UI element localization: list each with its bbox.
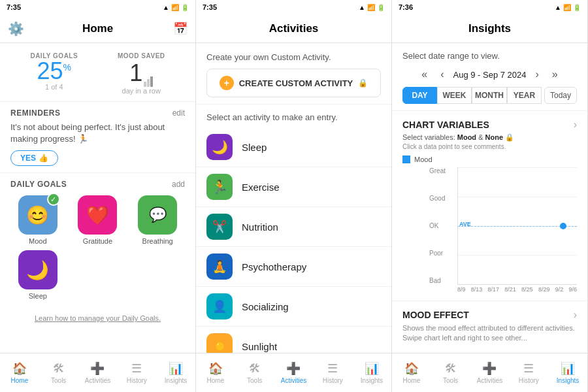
gratitude-icon-wrapper: ❤️: [78, 195, 117, 235]
date-tab-year[interactable]: YEAR: [507, 87, 542, 104]
date-tab-day[interactable]: DAY: [402, 87, 437, 104]
tab-insights[interactable]: 📊 Insights: [156, 361, 195, 384]
date-range-controls: « ‹ Aug 9 - Sep 7 2024 › »: [392, 65, 587, 87]
exercise-activity-icon: 🏃: [206, 174, 233, 200]
tools-tab3-icon: 🛠: [445, 362, 457, 376]
insights-nav-bar: Insights: [392, 14, 587, 43]
signal-icon-2: 📶: [367, 4, 375, 11]
chart-x-labels: 8/9 8/13 8/17 8/21 8/25 8/29 9/2 9/6: [457, 286, 577, 293]
insights-tab3-label: Insights: [557, 377, 579, 384]
today-btn[interactable]: Today: [544, 87, 577, 104]
tab-activities[interactable]: ➕ Activities: [78, 361, 118, 384]
psychotherapy-activity-icon: 🧘: [206, 253, 233, 280]
tab2-home[interactable]: 🏠 Home: [196, 361, 235, 384]
activities-tab-label: Activities: [85, 377, 110, 384]
insights-content: Select date range to view. « ‹ Aug 9 - S…: [392, 43, 587, 353]
sunlight-activity-name: Sunlight: [242, 341, 277, 352]
grid-line-great: [458, 167, 577, 168]
create-activity-section: Create your own Custom Activity. + CREAT…: [196, 43, 391, 105]
tab-tools[interactable]: 🛠 Tools: [39, 362, 78, 384]
activity-sleep[interactable]: 🌙 Sleep: [196, 127, 391, 167]
activities-panel: 7:35 ▲ 📶 🔋 Activities Create your own Cu…: [196, 0, 392, 392]
goal-breathing[interactable]: 💬 Breathing: [130, 195, 185, 245]
add-goal-btn[interactable]: add: [172, 180, 185, 189]
tab2-activities[interactable]: ➕ Activities: [274, 361, 314, 384]
battery-icon-3: 🔋: [573, 4, 581, 11]
daily-goals-section: DAILY GOALS add 😊 ✓ Mood ❤️ Gratitude: [0, 173, 195, 306]
calendar-icon[interactable]: 📅: [173, 22, 188, 36]
create-custom-activity-btn[interactable]: + CREATE CUSTOM ACTIVITY 🔒: [206, 69, 381, 97]
tab3-tools[interactable]: 🛠 Tools: [431, 362, 470, 384]
chart-data-dot[interactable]: [560, 223, 566, 229]
goal-sleep[interactable]: 🌙 Sleep: [10, 250, 65, 300]
home-panel: 7:35 ▲ 📶 🔋 ⚙️ Home 📅 DAILY GOALS 25% 1 o…: [0, 0, 196, 392]
yes-button[interactable]: YES 👍: [10, 150, 58, 166]
activities-tab-icon: ➕: [90, 361, 105, 376]
activity-nutrition[interactable]: ✂️ Nutrition: [196, 207, 391, 247]
last-page-btn[interactable]: »: [548, 67, 562, 82]
history-tab-icon: ☰: [131, 361, 142, 376]
status-icons-activities: ▲ 📶 🔋: [359, 4, 385, 11]
activity-socializing[interactable]: 👤 Socializing: [196, 287, 391, 327]
tab3-insights[interactable]: 📊 Insights: [548, 361, 587, 384]
status-time-home: 7:35: [7, 3, 21, 11]
goal-mood[interactable]: 😊 ✓ Mood: [10, 195, 65, 245]
home-tab2-label: Home: [207, 377, 225, 384]
sunlight-activity-icon: ☀️: [206, 333, 233, 353]
goals-overview: DAILY GOALS 25% 1 of 4 MOOD SAVED 1 day …: [0, 43, 195, 102]
chart-container: Great Good OK Poor Bad AVE: [431, 167, 577, 293]
breathing-label: Breathing: [142, 237, 173, 245]
reminders-edit-btn[interactable]: edit: [172, 108, 185, 118]
tab2-history[interactable]: ☰ History: [313, 361, 352, 384]
next-date-btn[interactable]: ›: [532, 67, 543, 82]
reminders-text: It's not about being perfect. It's just …: [10, 122, 185, 145]
chart-click-hint: Click a data point to see comments.: [402, 143, 577, 150]
create-desc: Create your own Custom Activity.: [206, 52, 381, 62]
activity-exercise[interactable]: 🏃 Exercise: [196, 167, 391, 207]
sleep-icon-wrapper: 🌙: [18, 250, 57, 289]
date-tab-week[interactable]: WEEK: [437, 87, 472, 104]
activity-psychotherapy[interactable]: 🧘 Psychotherapy: [196, 247, 391, 287]
wifi-icon: ▲: [163, 4, 169, 11]
home-tab-icon: 🏠: [12, 361, 27, 376]
activities-nav-bar: Activities: [196, 14, 391, 43]
status-bar-home: 7:35 ▲ 📶 🔋: [0, 0, 195, 14]
chart-expand-icon[interactable]: ›: [574, 119, 577, 131]
activities-content: Create your own Custom Activity. + CREAT…: [196, 43, 391, 353]
tab2-insights[interactable]: 📊 Insights: [352, 361, 391, 384]
tab2-tools[interactable]: 🛠 Tools: [235, 362, 274, 384]
date-tab-month[interactable]: MONTH: [472, 87, 507, 104]
mood-icon: 😊: [26, 204, 49, 226]
history-tab2-label: History: [323, 377, 343, 384]
tab3-activities[interactable]: ➕ Activities: [470, 361, 510, 384]
mood-effect-desc: Shows the mood effect attributed to diff…: [402, 323, 577, 344]
daily-goals-box: DAILY GOALS 25% 1 of 4: [30, 52, 78, 95]
home-tab3-icon: 🏠: [404, 361, 419, 376]
wifi-icon-2: ▲: [359, 4, 365, 11]
tab-history[interactable]: ☰ History: [117, 361, 156, 384]
activity-sunlight[interactable]: ☀️ Sunlight: [196, 327, 391, 353]
mood-effect-expand-icon[interactable]: ›: [574, 309, 577, 321]
tab-home[interactable]: 🏠 Home: [0, 361, 39, 384]
signal-icon-3: 📶: [563, 4, 571, 11]
prev-date-btn[interactable]: ‹: [436, 67, 448, 82]
activities-tab3-label: Activities: [477, 377, 502, 384]
home-title: Home: [82, 22, 113, 35]
tab3-home[interactable]: 🏠 Home: [392, 361, 431, 384]
learn-more-link[interactable]: Learn how to manage your Daily Goals.: [0, 306, 195, 330]
legend-label: Mood: [414, 155, 433, 163]
status-icons-insights: ▲ 📶 🔋: [555, 4, 581, 11]
signal-icon: 📶: [171, 4, 179, 11]
insights-tab2-icon: 📊: [365, 361, 379, 376]
first-page-btn[interactable]: «: [417, 67, 431, 82]
sleep-icon: 🌙: [26, 259, 49, 281]
exercise-activity-name: Exercise: [242, 182, 280, 193]
settings-icon[interactable]: ⚙️: [8, 21, 24, 37]
reminders-title: REMINDERS: [10, 108, 61, 118]
tools-tab-icon: 🛠: [53, 362, 65, 376]
chart-grid[interactable]: Great Good OK Poor Bad AVE: [457, 167, 577, 285]
chart-legend: Mood: [402, 155, 577, 163]
tab3-history[interactable]: ☰ History: [509, 361, 548, 384]
goal-gratitude[interactable]: ❤️ Gratitude: [71, 195, 125, 245]
activities-tab2-label: Activities: [281, 377, 306, 384]
